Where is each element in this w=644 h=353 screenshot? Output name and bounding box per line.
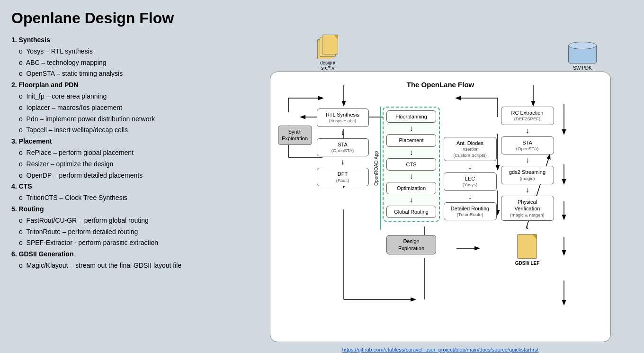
cts-box: CTS [386, 158, 436, 171]
placement-box: Placement [386, 134, 436, 146]
section-title-cts: 4. CTS [11, 181, 239, 192]
ant-diodes-box: Ant. Diodes Insertion (Custom Scripts) [444, 137, 497, 161]
reference-link[interactable]: https://github.com/efabless/caravel_user… [270, 347, 611, 353]
section-gdsii: 6. GDSII Generation o Magic/Klayout – st… [11, 249, 239, 272]
list-item: o Tapcell – insert welltap/decap cells [19, 125, 239, 136]
list-item: o Resizer – optimize the design [19, 159, 239, 170]
arrow-down: ↓ [341, 158, 345, 166]
flow-diagram: The OpenLane Flow [270, 72, 611, 342]
section-title-synthesis: 1. Synthesis [11, 35, 239, 46]
arrow-down: ↓ [468, 163, 472, 171]
global-routing-box: Global Routing [386, 206, 436, 218]
physical-verification-box: Physical Verification (magic & netgen) [501, 196, 554, 221]
input-file-label: design/src/*.v [320, 60, 335, 71]
rtl-synthesis-box: RTL Synthesis (Yosys + abc) [317, 109, 369, 127]
arrow-down: ↓ [410, 149, 413, 156]
input-file-icon: design/src/*.v [317, 35, 338, 71]
section-cts: 4. CTS o TritionCTS – Clock Tree Synthes… [11, 181, 239, 204]
list-item: o TritonRoute – perform detailed routing [19, 226, 239, 238]
arrow-down: ↓ [526, 156, 529, 164]
section-floorplan: 2. Floorplan and PDN o Init_fp – core ar… [11, 80, 239, 136]
sta2-box: STA (OpenSTA) [501, 136, 554, 155]
optimization-box: Optimization [386, 182, 436, 194]
list-item: o TritionCTS – Clock Tree Synthesis [19, 192, 239, 204]
list-item: o Pdn – implement power distribution net… [19, 114, 239, 125]
diagram-title: The OpenLane Flow [277, 81, 604, 89]
arrow-down: ↓ [410, 196, 413, 204]
arrow-down: ↓ [526, 127, 529, 135]
list-item: o OpenDP – perform detailed placements [19, 170, 239, 181]
design-exploration-box: Design Exploration [386, 235, 436, 254]
arrow-down: ↓ [410, 125, 413, 132]
list-item: o Magic/Klayout – stream out the final G… [19, 260, 239, 272]
list-item: o Init_fp – core area planning [19, 91, 239, 102]
section-synthesis: 1. Synthesis o Yosys – RTL synthesis o A… [11, 35, 239, 80]
section-title-routing: 5. Routing [11, 204, 239, 215]
list-item: o ABC – technology mapping [19, 57, 239, 69]
arrow-down: ↓ [468, 193, 472, 200]
list-item: o SPEF-Extractor - perform parasitic ext… [19, 237, 239, 249]
list-item: o Ioplacer – macros/Ios placement [19, 102, 239, 114]
lec-box: LEC (Yosys) [444, 172, 497, 191]
section-routing: 5. Routing o FastRout/CU-GR – perform gl… [11, 204, 239, 249]
section-title-gdsii: 6. GDSII Generation [11, 249, 239, 260]
detailed-routing-box: Detailed Routing (TritonRoute) [444, 202, 497, 221]
floorplanning-box: Floorplanning [386, 110, 436, 123]
list-item: o Yosys – RTL synthesis [19, 46, 239, 57]
arrow-down: ↓ [526, 186, 529, 194]
pdk-label: SW PDK [573, 65, 591, 71]
arrow-down: ↓ [526, 223, 529, 230]
output-file: GDSII/ LEF [515, 232, 540, 266]
arrow-down: ↓ [410, 172, 413, 180]
section-title-placement: 3. Placement [11, 136, 239, 147]
list-item: o RePlace – perform global placement [19, 147, 239, 159]
openroad-label: OpenROAD App [373, 107, 381, 230]
sta-box: STA (OpenSTA) [317, 138, 369, 157]
right-panel: design/src/*.v SW PDK The OpenLane Flow [248, 35, 633, 353]
section-title-floorplan: 2. Floorplan and PDN [11, 80, 239, 91]
output-file-label: GDSII/ LEF [515, 261, 540, 266]
pdk-icon: SW PDK [568, 41, 597, 71]
rc-extraction-box: RC Extraction (DEF2SPEF) [501, 107, 554, 125]
openroad-group: Floorplanning ↓ Placement ↓ CTS [383, 107, 440, 222]
dft-box: DFT (Fault) [317, 168, 369, 186]
page-title: Openlane Design Flow [11, 9, 633, 27]
list-item: o OpenSTA – static timing analysis [19, 68, 239, 80]
gds2-streaming-box: gds2 Streaming (magic) [501, 166, 554, 184]
arrow-down: ↓ [341, 129, 345, 136]
synth-exploration-box: Synth Exploration [278, 126, 312, 145]
left-panel: 1. Synthesis o Yosys – RTL synthesis o A… [11, 35, 239, 272]
list-item: o FastRout/CU-GR – perform global routin… [19, 215, 239, 226]
section-placement: 3. Placement o RePlace – perform global … [11, 136, 239, 181]
